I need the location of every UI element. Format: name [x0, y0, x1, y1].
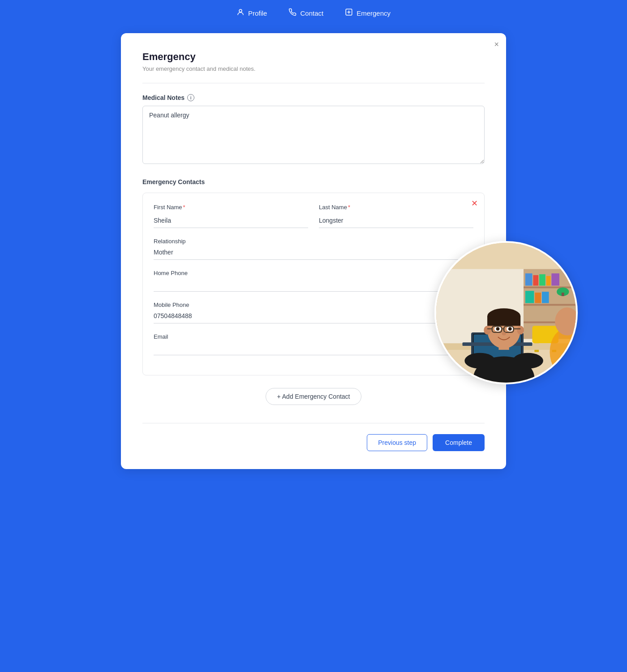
top-bar: Profile Contact Emergency	[0, 0, 627, 26]
relationship-label: Relationship	[154, 238, 186, 245]
nav-item-contact[interactable]: Contact	[288, 8, 323, 18]
svg-rect-13	[546, 276, 551, 285]
nav-item-emergency[interactable]: Emergency	[345, 8, 391, 18]
svg-rect-25	[567, 350, 572, 367]
svg-point-40	[508, 327, 512, 331]
svg-rect-17	[542, 292, 549, 303]
relationship-group: Relationship	[154, 237, 473, 260]
mobile-phone-input[interactable]	[154, 309, 473, 323]
mobile-phone-group: Mobile Phone	[154, 301, 473, 323]
nav-profile-label: Profile	[248, 9, 267, 17]
last-name-group: Last Name*	[319, 204, 473, 228]
mobile-phone-label: Mobile Phone	[154, 302, 189, 308]
svg-rect-12	[539, 274, 545, 285]
previous-step-button[interactable]: Previous step	[367, 434, 427, 451]
svg-rect-8	[524, 304, 576, 306]
last-name-label: Last Name*	[319, 204, 473, 211]
required-star-last: *	[348, 204, 350, 211]
first-name-group: First Name*	[154, 204, 308, 228]
relationship-input[interactable]	[154, 245, 473, 260]
first-name-label: First Name*	[154, 204, 308, 211]
main-card: × Emergency Your emergency contact and m…	[121, 33, 506, 469]
medical-notes-textarea[interactable]: Peanut allergy	[142, 106, 485, 164]
email-input[interactable]	[154, 340, 473, 355]
footer-actions: Previous step Complete	[142, 423, 485, 451]
svg-point-36	[517, 326, 524, 335]
svg-point-48	[513, 353, 543, 369]
add-emergency-contact-button[interactable]: + Add Emergency Contact	[266, 388, 361, 405]
medical-notes-section: Medical Notes i Peanut allergy	[142, 94, 485, 166]
profile-icon	[236, 8, 245, 18]
svg-rect-10	[525, 273, 533, 285]
svg-point-0	[239, 9, 242, 12]
remove-contact-button[interactable]: ✕	[471, 199, 478, 207]
last-name-input[interactable]	[319, 213, 473, 228]
first-name-input[interactable]	[154, 213, 308, 228]
emergency-contacts-section: Emergency Contacts ✕ First Name* Last Na…	[142, 178, 485, 409]
emergency-icon	[345, 8, 353, 18]
divider-top	[142, 83, 485, 83]
svg-point-46	[502, 332, 506, 336]
close-button[interactable]: ×	[494, 40, 499, 48]
email-label: Email	[154, 333, 168, 340]
svg-point-47	[464, 353, 495, 369]
svg-rect-14	[551, 273, 559, 285]
complete-button[interactable]: Complete	[433, 434, 485, 451]
svg-rect-7	[524, 287, 576, 289]
nav-item-profile[interactable]: Profile	[236, 8, 267, 18]
nav-contact-label: Contact	[300, 9, 323, 17]
svg-rect-34	[487, 316, 520, 326]
page-title: Emergency	[142, 51, 485, 63]
nav-emergency-label: Emergency	[356, 9, 391, 17]
name-row: First Name* Last Name*	[154, 204, 473, 228]
required-star-first: *	[183, 204, 185, 211]
contact-icon	[288, 8, 296, 18]
home-phone-label: Home Phone	[154, 270, 188, 276]
page-subtitle: Your emergency contact and medical notes…	[142, 65, 485, 72]
svg-point-39	[496, 327, 500, 331]
emergency-contacts-label: Emergency Contacts	[142, 178, 485, 185]
home-phone-group: Home Phone	[154, 269, 473, 292]
svg-rect-11	[533, 275, 538, 285]
medical-info-icon[interactable]: i	[187, 94, 194, 101]
svg-rect-15	[525, 291, 534, 303]
svg-point-35	[484, 326, 491, 335]
svg-rect-16	[535, 293, 541, 303]
avatar	[434, 241, 578, 384]
contact-card: ✕ First Name* Last Name*	[142, 193, 485, 375]
svg-rect-19	[562, 293, 564, 296]
medical-notes-label: Medical Notes i	[142, 94, 485, 101]
email-group: Email	[154, 332, 473, 355]
home-phone-input[interactable]	[154, 277, 473, 292]
